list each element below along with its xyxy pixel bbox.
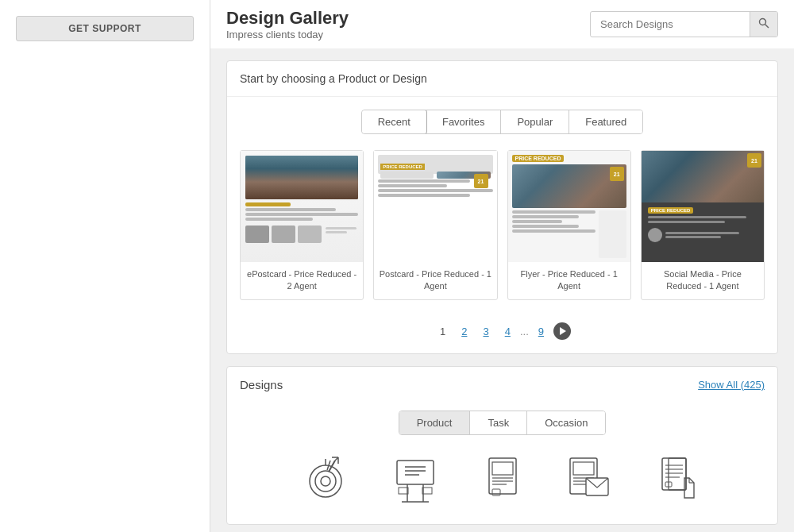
tab-recent[interactable]: Recent	[361, 110, 427, 134]
page-3-button[interactable]: 3	[476, 322, 495, 341]
page-header: Design Gallery Impress clients today	[210, 0, 794, 48]
svg-rect-19	[422, 488, 432, 494]
next-arrow-icon	[560, 327, 566, 335]
panel-header-text: Start by choosing a Product or Design	[240, 72, 427, 85]
svg-rect-11	[397, 461, 434, 484]
tab-featured[interactable]: Featured	[569, 110, 642, 133]
design-cards-row: ePostcard - Price Reduced - 2 Agent PRIC…	[227, 141, 777, 310]
page-title: Design Gallery	[226, 8, 349, 29]
design-tab-group: Product Task Occasion	[399, 411, 607, 435]
icon-item-sign[interactable]	[384, 453, 447, 508]
next-page-button[interactable]	[553, 322, 571, 340]
listing-icon	[471, 453, 534, 508]
design-tabs-row: Product Task Occasion	[227, 403, 777, 445]
icon-item-document[interactable]	[646, 453, 709, 508]
page-4-button[interactable]: 4	[499, 322, 517, 341]
svg-rect-18	[399, 488, 408, 494]
icon-item-listing[interactable]	[471, 453, 534, 508]
page-2-button[interactable]: 2	[455, 322, 473, 341]
design-tab-task[interactable]: Task	[470, 411, 527, 434]
card-label-postcard: Postcard - Price Reduced - 1 Agent	[374, 262, 496, 299]
card-social[interactable]: 21 PRICE REDUCED	[641, 150, 765, 300]
search-button[interactable]	[750, 12, 777, 37]
card-image-epostcard	[241, 151, 363, 262]
design-tab-product[interactable]: Product	[399, 411, 471, 434]
design-icons-row	[227, 445, 777, 524]
page-1-button[interactable]: 1	[434, 322, 452, 341]
search-icon	[758, 17, 769, 29]
svg-rect-33	[669, 458, 686, 490]
header-title-area: Design Gallery Impress clients today	[226, 8, 349, 40]
search-input[interactable]	[591, 13, 750, 36]
svg-point-4	[321, 476, 330, 486]
tab-popular[interactable]: Popular	[501, 110, 569, 133]
svg-rect-27	[573, 462, 594, 475]
pagination-dots: ...	[520, 326, 529, 337]
filter-tabs-row: Recent Favorites Popular Featured	[227, 97, 777, 141]
svg-point-3	[315, 471, 336, 492]
card-image-social: 21 PRICE REDUCED	[642, 151, 764, 262]
featured-panel: Start by choosing a Product or Design Re…	[226, 60, 778, 354]
card-label-social: Social Media - Price Reduced - 1 Agent	[642, 262, 764, 299]
designs-panel: Designs Show All (425) Product Task Occa…	[226, 366, 778, 525]
design-tab-occasion[interactable]: Occasion	[527, 411, 605, 434]
page-subtitle: Impress clients today	[226, 29, 349, 40]
card-image-flyer: PRICE REDUCED 21	[508, 151, 630, 262]
panel-header: Start by choosing a Product or Design	[227, 61, 777, 97]
document-icon	[646, 453, 709, 508]
main-content: Design Gallery Impress clients today Sta…	[210, 0, 794, 532]
card-label-flyer: Flyer - Price Reduced - 1 Agent	[508, 262, 630, 299]
card-flyer[interactable]: PRICE REDUCED 21	[507, 150, 631, 300]
svg-rect-25	[492, 489, 500, 495]
icon-item-goal[interactable]	[296, 453, 360, 508]
sidebar: GET SUPPORT	[0, 0, 210, 532]
designs-panel-header: Designs Show All (425)	[227, 367, 777, 403]
icon-item-email-listing[interactable]	[558, 453, 622, 508]
pagination: 1 2 3 4 ... 9	[227, 310, 777, 353]
designs-title: Designs	[240, 378, 283, 391]
filter-tab-group: Recent Favorites Popular Featured	[361, 110, 644, 134]
search-container	[590, 11, 778, 37]
get-support-button[interactable]: GET SUPPORT	[16, 16, 194, 41]
show-all-button[interactable]: Show All (425)	[698, 379, 765, 391]
svg-rect-20	[489, 458, 516, 494]
svg-rect-21	[492, 462, 513, 475]
svg-line-1	[765, 25, 769, 29]
card-image-postcard: PRICE REDUCED 21	[374, 151, 496, 262]
email-listing-icon	[558, 453, 622, 508]
card-epostcard[interactable]: ePostcard - Price Reduced - 2 Agent	[240, 150, 364, 300]
sign-icon	[384, 453, 447, 508]
card-label-epostcard: ePostcard - Price Reduced - 2 Agent	[241, 262, 363, 299]
svg-point-0	[760, 19, 766, 25]
svg-point-2	[310, 465, 341, 497]
page-9-button[interactable]: 9	[532, 322, 550, 341]
card-postcard[interactable]: PRICE REDUCED 21	[373, 150, 497, 300]
goal-icon	[296, 453, 360, 508]
tab-favorites[interactable]: Favorites	[426, 110, 501, 133]
